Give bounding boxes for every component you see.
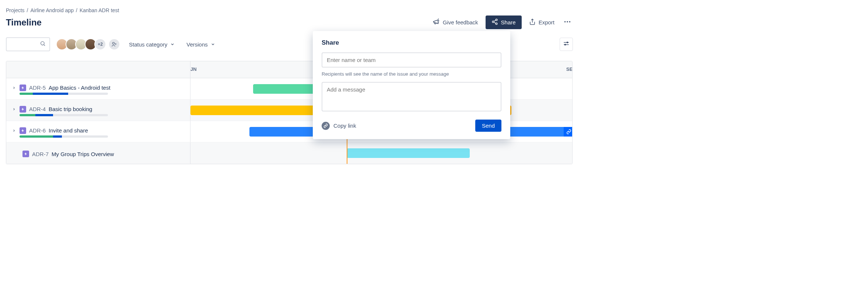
issue-key[interactable]: ADR-7 xyxy=(32,151,49,157)
row-right xyxy=(190,142,572,164)
svg-point-4 xyxy=(492,21,494,23)
chevron-down-icon xyxy=(211,41,215,48)
issue-key[interactable]: ADR-5 xyxy=(29,85,46,91)
breadcrumb-sep: / xyxy=(27,7,28,13)
export-button[interactable]: Export xyxy=(529,18,554,26)
progress-bar xyxy=(20,114,108,116)
share-button[interactable]: Share xyxy=(486,15,522,29)
timeline-row: ADR-7My Group Trips Overview xyxy=(6,142,572,164)
svg-line-7 xyxy=(494,22,496,23)
avatar-overflow[interactable]: +2 xyxy=(94,38,106,50)
issue-title[interactable]: My Group Trips Overview xyxy=(52,151,114,157)
svg-line-6 xyxy=(494,20,496,21)
issue-key[interactable]: ADR-6 xyxy=(29,127,46,134)
assignee-avatars: +2 xyxy=(56,38,120,50)
link-handle-icon[interactable] xyxy=(564,127,573,137)
share-name-input[interactable] xyxy=(322,52,501,68)
timeline-bar[interactable] xyxy=(347,148,470,158)
epic-icon xyxy=(20,85,26,91)
share-dialog: Share Recipients will see the name of th… xyxy=(313,31,510,139)
share-icon xyxy=(491,18,498,26)
epic-icon xyxy=(20,106,26,113)
more-menu-button[interactable] xyxy=(562,18,573,27)
versions-label: Versions xyxy=(186,41,208,48)
issue-title[interactable]: App Basics - Android test xyxy=(49,85,111,91)
send-button[interactable]: Send xyxy=(475,120,501,132)
svg-point-14 xyxy=(112,42,114,44)
svg-line-13 xyxy=(44,45,45,46)
sliders-icon xyxy=(563,40,570,48)
month-header: SE xyxy=(566,66,573,72)
megaphone-icon xyxy=(433,18,440,27)
breadcrumb-projects[interactable]: Projects xyxy=(6,7,25,13)
svg-line-0 xyxy=(438,19,439,20)
breadcrumb-sep: / xyxy=(76,7,77,13)
breadcrumb-project[interactable]: Airline Android app xyxy=(30,7,74,13)
issue-title[interactable]: Basic trip booking xyxy=(49,106,92,112)
svg-point-18 xyxy=(567,42,568,43)
row-left: ADR-7My Group Trips Overview xyxy=(6,142,190,164)
month-header: JN xyxy=(190,66,197,72)
status-category-filter[interactable]: Status category xyxy=(126,41,178,48)
share-dialog-title: Share xyxy=(322,39,501,46)
svg-point-3 xyxy=(496,19,497,21)
copy-link-label: Copy link xyxy=(333,123,356,129)
svg-point-5 xyxy=(496,23,497,25)
share-message-input[interactable] xyxy=(322,82,501,111)
search-icon xyxy=(40,41,46,48)
feedback-label: Give feedback xyxy=(443,19,478,25)
progress-bar xyxy=(20,93,108,95)
page-title: Timeline xyxy=(6,17,42,28)
svg-point-20 xyxy=(565,44,566,45)
give-feedback-button[interactable]: Give feedback xyxy=(433,18,478,27)
share-label: Share xyxy=(501,19,516,25)
issue-title[interactable]: Invite and share xyxy=(49,127,88,134)
svg-line-2 xyxy=(438,23,439,23)
versions-filter[interactable]: Versions xyxy=(183,41,218,48)
expand-chevron-icon[interactable] xyxy=(12,106,17,113)
progress-bar xyxy=(20,135,108,138)
more-icon xyxy=(563,18,571,27)
expand-chevron-icon[interactable] xyxy=(12,127,17,134)
export-label: Export xyxy=(539,19,554,25)
svg-point-12 xyxy=(41,42,44,45)
row-left: ADR-6Invite and share xyxy=(6,121,190,142)
expand-chevron-icon[interactable] xyxy=(12,85,17,91)
svg-point-11 xyxy=(569,21,571,23)
link-icon xyxy=(322,122,330,130)
copy-link-button[interactable]: Copy link xyxy=(322,122,356,130)
breadcrumb: Projects / Airline Android app / Kanban … xyxy=(6,7,573,13)
breadcrumb-board[interactable]: Kanban ADR test xyxy=(80,7,119,13)
share-helper-text: Recipients will see the name of the issu… xyxy=(322,71,501,77)
epic-icon xyxy=(22,151,29,157)
row-left: ADR-5App Basics - Android test xyxy=(6,78,190,99)
svg-point-9 xyxy=(564,21,566,23)
add-people-button[interactable] xyxy=(108,38,120,50)
row-left: ADR-4Basic trip booking xyxy=(6,100,190,121)
issue-key[interactable]: ADR-4 xyxy=(29,106,46,112)
view-settings-button[interactable] xyxy=(560,38,573,51)
chevron-down-icon xyxy=(170,41,175,48)
export-icon xyxy=(529,18,536,26)
epic-icon xyxy=(20,127,26,134)
status-label: Status category xyxy=(129,41,167,48)
svg-point-10 xyxy=(567,21,568,23)
search-input[interactable] xyxy=(6,37,50,51)
